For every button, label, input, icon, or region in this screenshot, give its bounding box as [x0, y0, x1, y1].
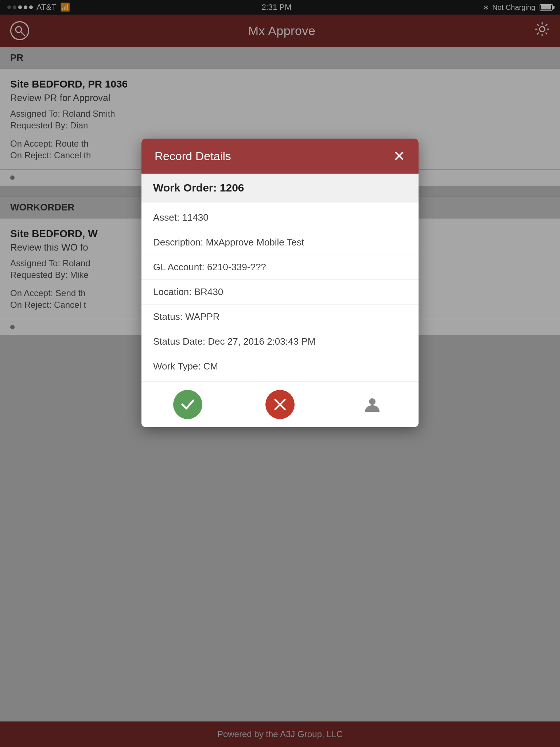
user-button[interactable] [358, 390, 387, 419]
field-gl-account: GL Account: 6210-339-??? [141, 255, 419, 280]
work-order-bar: Work Order: 1206 [141, 174, 419, 202]
user-icon [363, 395, 382, 414]
field-asset: Asset: 11430 [141, 205, 419, 230]
field-description: Description: MxApprove Mobile Test [141, 230, 419, 255]
close-icon[interactable]: ✕ [393, 149, 405, 163]
field-location: Location: BR430 [141, 280, 419, 305]
svg-point-5 [369, 398, 376, 405]
check-icon [179, 396, 196, 413]
x-icon [272, 396, 288, 413]
field-work-type: Work Type: CM [141, 354, 419, 379]
reject-button[interactable] [265, 390, 295, 419]
modal-header: Record Details ✕ [141, 139, 419, 174]
approve-button[interactable] [173, 390, 202, 419]
record-details-modal: Record Details ✕ Work Order: 1206 Asset:… [141, 139, 419, 427]
modal-body: Asset: 11430 Description: MxApprove Mobi… [141, 202, 419, 382]
field-status-date: Status Date: Dec 27, 2016 2:03:43 PM [141, 329, 419, 354]
field-status: Status: WAPPR [141, 305, 419, 329]
modal-actions [141, 382, 419, 427]
modal-title: Record Details [155, 150, 231, 163]
modal-backdrop: Record Details ✕ Work Order: 1206 Asset:… [0, 0, 560, 747]
